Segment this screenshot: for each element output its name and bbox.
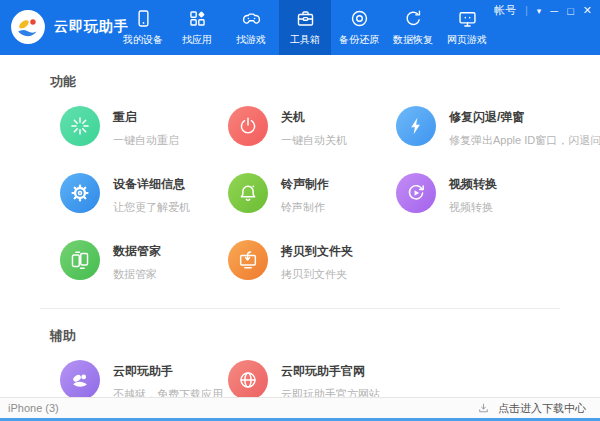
section-title: 功能 xyxy=(50,73,600,91)
section-grid: 云即玩助手 不越狱，免费下载应用 云即玩助手官网 云即玩助手官方网站 xyxy=(60,360,600,397)
phone-icon xyxy=(133,8,154,29)
lightning-icon xyxy=(396,106,436,146)
tool-item-data-manager[interactable]: 数据管家 数据管家 xyxy=(60,240,228,282)
tool-subtitle: 修复弹出Apple ID窗口，闪退问题 xyxy=(449,133,600,148)
webgame-icon xyxy=(457,8,478,29)
tool-subtitle: 数据管家 xyxy=(113,267,161,282)
window-controls: 帐号 | ▾ ─ □ ✕ xyxy=(494,3,592,18)
tab-my-devices[interactable]: 我的设备 xyxy=(117,0,169,55)
tool-title: 关机 xyxy=(281,109,347,126)
globe-icon xyxy=(228,360,268,397)
tool-title: 修复闪退/弹窗 xyxy=(449,109,600,126)
tab-label: 备份还原 xyxy=(339,33,379,47)
tab-label: 工具箱 xyxy=(290,33,320,47)
tab-label: 数据恢复 xyxy=(393,33,433,47)
tool-item-shutdown[interactable]: 关机 一键自动关机 xyxy=(228,106,396,148)
tool-item-copy-to-folder[interactable]: 拷贝到文件夹 拷贝到文件夹 xyxy=(228,240,396,282)
tool-subtitle: 不越狱，免费下载应用 xyxy=(113,387,223,397)
tool-item-fix-crash-popup[interactable]: 修复闪退/弹窗 修复弹出Apple ID窗口，闪退问题 xyxy=(396,106,564,148)
minimize-button[interactable]: ─ xyxy=(550,5,558,17)
tool-subtitle: 让您更了解爱机 xyxy=(113,200,190,215)
tool-title: 云即玩助手官网 xyxy=(281,363,380,380)
tool-item-device-info[interactable]: 设备详细信息 让您更了解爱机 xyxy=(60,173,228,215)
assistant-icon xyxy=(60,360,100,397)
account-button[interactable]: 帐号 xyxy=(494,3,516,18)
tool-title: 视频转换 xyxy=(449,176,497,193)
tool-title: 铃声制作 xyxy=(281,176,329,193)
download-center-button[interactable]: 点击进入下载中心 xyxy=(477,401,586,416)
tool-subtitle: 一键自动关机 xyxy=(281,133,347,148)
tab-label: 找应用 xyxy=(182,33,212,47)
dropdown-caret-icon[interactable]: ▾ xyxy=(537,6,542,16)
apps-icon xyxy=(187,8,208,29)
controls-separator: | xyxy=(525,5,528,16)
sections: 功能 重启 一键自动重启 关机 一键自动关机 修复闪退/弹窗 修复弹出Apple… xyxy=(0,73,600,397)
restart-icon xyxy=(60,106,100,146)
app-window: 云即玩助手 我的设备 找应用 找游戏 工具箱 备份还原 数据恢复 网页游戏 帐号… xyxy=(0,0,600,421)
section-grid: 重启 一键自动重启 关机 一键自动关机 修复闪退/弹窗 修复弹出Apple ID… xyxy=(60,106,600,282)
section: 辅助 云即玩助手 不越狱，免费下载应用 云即玩助手官网 云即玩助手官方网站 xyxy=(0,327,600,397)
data-icon xyxy=(60,240,100,280)
download-icon xyxy=(477,402,490,415)
section: 功能 重启 一键自动重启 关机 一键自动关机 修复闪退/弹窗 修复弹出Apple… xyxy=(0,73,600,282)
tool-title: 设备详细信息 xyxy=(113,176,190,193)
main-content: 功能 重启 一键自动重启 关机 一键自动关机 修复闪退/弹窗 修复弹出Apple… xyxy=(0,55,600,397)
tool-item-official-site[interactable]: 云即玩助手官网 云即玩助手官方网站 xyxy=(228,360,396,397)
tab-data-recovery[interactable]: 数据恢复 xyxy=(387,0,439,55)
tab-label: 网页游戏 xyxy=(447,33,487,47)
tab-web-games[interactable]: 网页游戏 xyxy=(441,0,493,55)
power-icon xyxy=(228,106,268,146)
close-button[interactable]: ✕ xyxy=(583,4,592,17)
tool-item-ringtone-maker[interactable]: 铃声制作 铃声制作 xyxy=(228,173,396,215)
video-icon xyxy=(396,173,436,213)
maximize-button[interactable]: □ xyxy=(567,5,574,17)
tool-subtitle: 视频转换 xyxy=(449,200,497,215)
app-logo-icon xyxy=(10,9,46,45)
device-label: iPhone (3) xyxy=(8,402,59,414)
tool-item-assistant[interactable]: 云即玩助手 不越狱，免费下载应用 xyxy=(60,360,228,397)
tool-subtitle: 一键自动重启 xyxy=(113,133,179,148)
tool-subtitle: 拷贝到文件夹 xyxy=(281,267,353,282)
section-divider xyxy=(40,308,560,309)
download-label: 点击进入下载中心 xyxy=(498,401,586,416)
toolbox-icon xyxy=(295,8,316,29)
tab-toolbox[interactable]: 工具箱 xyxy=(279,0,331,55)
section-title: 辅助 xyxy=(50,327,600,345)
backup-icon xyxy=(349,8,370,29)
copy-icon xyxy=(228,240,268,280)
tool-title: 重启 xyxy=(113,109,179,126)
tab-label: 我的设备 xyxy=(123,33,163,47)
tool-title: 云即玩助手 xyxy=(113,363,223,380)
tool-title: 数据管家 xyxy=(113,243,161,260)
tab-find-games[interactable]: 找游戏 xyxy=(225,0,277,55)
gear-icon xyxy=(60,173,100,213)
nav-tabs: 我的设备 找应用 找游戏 工具箱 备份还原 数据恢复 网页游戏 xyxy=(117,0,493,55)
status-bar: iPhone (3) 点击进入下载中心 xyxy=(0,397,600,418)
tab-label: 找游戏 xyxy=(236,33,266,47)
gamepad-icon xyxy=(241,8,262,29)
tool-title: 拷贝到文件夹 xyxy=(281,243,353,260)
tool-subtitle: 铃声制作 xyxy=(281,200,329,215)
tab-find-apps[interactable]: 找应用 xyxy=(171,0,223,55)
tool-item-restart[interactable]: 重启 一键自动重启 xyxy=(60,106,228,148)
tab-backup-restore[interactable]: 备份还原 xyxy=(333,0,385,55)
brand: 云即玩助手 xyxy=(10,9,129,45)
tool-subtitle: 云即玩助手官方网站 xyxy=(281,387,380,397)
recover-icon xyxy=(403,8,424,29)
bell-icon xyxy=(228,173,268,213)
header: 云即玩助手 我的设备 找应用 找游戏 工具箱 备份还原 数据恢复 网页游戏 帐号… xyxy=(0,0,600,55)
tool-item-video-convert[interactable]: 视频转换 视频转换 xyxy=(396,173,564,215)
